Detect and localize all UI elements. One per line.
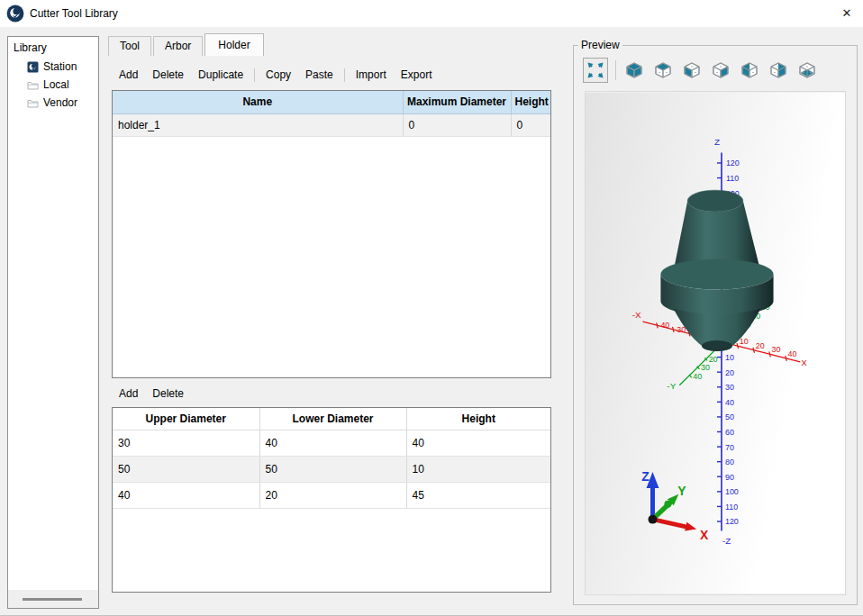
column-header-name[interactable]: Name	[113, 91, 403, 113]
table-row[interactable]: 304040	[113, 430, 550, 456]
axis-label: 50	[725, 412, 734, 421]
titlebar: Cutter Tool Library ✕	[0, 0, 863, 27]
library-header: Library	[8, 37, 98, 58]
bottom-view-button[interactable]	[795, 59, 819, 82]
copy-button[interactable]: Copy	[259, 66, 298, 84]
fit-view-button[interactable]	[583, 58, 608, 83]
axis-label: 120	[725, 518, 739, 527]
table-cell[interactable]: 30	[113, 430, 259, 456]
table-cell[interactable]: 50	[113, 456, 259, 482]
axis-label: 20	[709, 355, 718, 364]
table-cell[interactable]: 50	[259, 456, 406, 482]
preview-panel-title: Preview	[578, 39, 622, 51]
axis-label: -X	[632, 310, 641, 320]
right-view-button[interactable]	[709, 59, 732, 82]
tab-bar: ToolArborHolder	[108, 34, 266, 56]
table-cell[interactable]: 40	[259, 430, 406, 456]
table-cell[interactable]: holder_1	[113, 113, 403, 136]
axis-label: -Z	[722, 536, 731, 546]
left-view-button[interactable]	[738, 59, 761, 82]
top-view-button[interactable]	[651, 59, 675, 82]
axis-label: 110	[726, 174, 739, 183]
axis-label: 20	[725, 368, 734, 377]
toolbar-separator	[344, 68, 345, 82]
tree-item-label: Station	[43, 60, 77, 73]
axis-label: 90	[725, 473, 734, 482]
duplicate-button[interactable]: Duplicate	[191, 66, 250, 84]
add-button[interactable]: Add	[112, 66, 145, 84]
axis-label: 30	[701, 363, 710, 372]
view-toolbar	[583, 57, 824, 84]
view-cube-icon	[681, 59, 703, 81]
folder-icon	[27, 79, 39, 91]
table-cell[interactable]: 40	[113, 482, 259, 508]
table-row[interactable]: 402045	[113, 482, 550, 508]
iso-view-button[interactable]	[622, 59, 646, 82]
table-row[interactable]: 505010	[113, 456, 550, 482]
axis-label: X	[801, 358, 807, 367]
axis-label: 40	[660, 321, 669, 330]
table-row[interactable]: holder_100	[113, 113, 550, 136]
axis-label: 60	[725, 428, 734, 437]
axis-label: -Y	[667, 381, 676, 391]
axis-label: 10	[725, 353, 734, 362]
column-header-maximum-diameter[interactable]: Maximum Diameter	[403, 91, 511, 113]
axis-label: 70	[725, 443, 734, 452]
paste-button[interactable]: Paste	[298, 66, 341, 84]
close-button[interactable]: ✕	[839, 5, 855, 22]
tab-tool[interactable]: Tool	[108, 36, 151, 56]
tree-item-station[interactable]: Station	[8, 58, 98, 76]
sidebar-hscrollbar-thumb[interactable]	[23, 598, 82, 601]
tree-item-label: Local	[43, 78, 69, 91]
table-cell[interactable]: 0	[403, 113, 511, 136]
station-icon	[27, 61, 39, 73]
axis-label: 40	[725, 398, 734, 407]
tree-item-label: Vendor	[43, 96, 77, 109]
export-button[interactable]: Export	[394, 66, 440, 84]
back-view-button[interactable]	[767, 59, 790, 82]
table-cell[interactable]: 45	[406, 482, 550, 508]
axis-label: 110	[725, 503, 738, 512]
axis-label: 40	[693, 372, 702, 381]
table-cell[interactable]: 0	[511, 113, 550, 136]
column-header-height[interactable]: Height	[511, 91, 550, 113]
cutter-tool-library-window: Cutter Tool Library ✕ Library StationLoc…	[0, 0, 863, 616]
library-panel: Library StationLocalVendor	[7, 36, 99, 609]
tree-item-vendor[interactable]: Vendor	[8, 94, 98, 112]
import-button[interactable]: Import	[349, 66, 394, 84]
segment-toolbar: AddDelete	[112, 384, 551, 403]
delete-button[interactable]: Delete	[145, 385, 191, 403]
delete-button[interactable]: Delete	[145, 66, 191, 84]
folder-icon	[27, 97, 39, 109]
axis-label: 80	[725, 457, 734, 467]
tab-holder[interactable]: Holder	[204, 33, 263, 56]
view-cube-icon	[739, 59, 760, 81]
table-cell[interactable]: 40	[406, 430, 550, 456]
tab-arbor[interactable]: Arbor	[153, 36, 203, 56]
sidebar-hscrollbar	[8, 590, 98, 608]
column-header-upper-diameter[interactable]: Upper Diameter	[113, 408, 259, 430]
axis-label: 10	[740, 337, 749, 346]
app-logo-icon	[6, 5, 24, 23]
table-cell[interactable]: 10	[406, 456, 550, 482]
tree-item-local[interactable]: Local	[8, 76, 98, 94]
preview-panel: Preview 10011012010203040506070809010011…	[573, 45, 858, 605]
table-cell[interactable]: 20	[259, 482, 406, 508]
axis-label: X	[700, 528, 709, 542]
fit-view-icon	[586, 60, 605, 80]
view-cube-icon	[623, 59, 645, 81]
preview-viewport[interactable]: 1001101201020304050607080901001101201020…	[585, 91, 846, 595]
axis-label: 30	[725, 383, 734, 392]
view-cube-icon	[768, 59, 789, 81]
add-button[interactable]: Add	[112, 385, 145, 403]
window-title: Cutter Tool Library	[30, 7, 118, 20]
segment-table: Upper DiameterLower DiameterHeight 30404…	[112, 407, 551, 593]
axis-label: 40	[787, 349, 796, 358]
front-view-button[interactable]	[680, 59, 704, 82]
column-header-lower-diameter[interactable]: Lower Diameter	[259, 408, 406, 430]
column-header-height[interactable]: Height	[406, 408, 550, 430]
axis-label: 100	[725, 487, 739, 496]
holder-table: NameMaximum DiameterHeight holder_100	[112, 90, 551, 378]
axis-label: 20	[756, 341, 765, 350]
holder-toolbar: AddDeleteDuplicateCopyPasteImportExport	[112, 65, 551, 85]
